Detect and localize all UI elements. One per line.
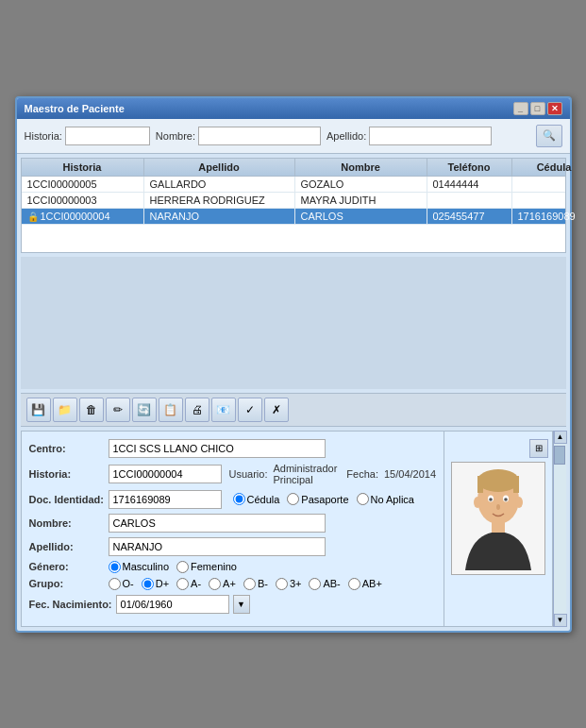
- apellido-label: Apellido:: [326, 130, 366, 142]
- radio-grupo-ab-pos[interactable]: AB+: [348, 578, 382, 590]
- historia-label: Historia:: [29, 468, 105, 480]
- col-header-historia: Historia: [22, 159, 144, 176]
- cell-telefono: 01444444: [427, 177, 512, 192]
- toolbar-folder-btn[interactable]: 📁: [53, 398, 77, 422]
- toolbar-email-btn[interactable]: 📧: [211, 398, 236, 422]
- toolbar: 💾 📁 🗑 ✏ 🔄 📋 🖨 📧 ✓ ✗: [21, 393, 566, 427]
- toolbar-edit-btn[interactable]: ✏: [106, 398, 130, 422]
- radio-grupo-ab-pos-input[interactable]: [348, 578, 360, 590]
- toolbar-delete-btn[interactable]: 🗑: [79, 398, 104, 422]
- cell-nombre: MAYRA JUDITH: [295, 193, 427, 208]
- radio-no-aplica-input[interactable]: [357, 493, 369, 505]
- table-row-selected[interactable]: 🔒1CCI00000004 NARANJO CARLOS 025455477 1…: [22, 209, 565, 225]
- apellido-row: Apellido:: [29, 537, 437, 556]
- cell-apellido: NARANJO: [144, 209, 295, 224]
- radio-cedula[interactable]: Cédula: [233, 493, 280, 505]
- apellido-field: Apellido:: [326, 127, 492, 145]
- nombre-input[interactable]: [198, 127, 321, 145]
- genero-row: Género: Masculino Femenino: [29, 561, 437, 573]
- window-controls: _ □ ✕: [513, 102, 562, 115]
- radio-masculino-input[interactable]: [109, 561, 121, 573]
- window-title: Maestro de Paciente: [25, 103, 125, 114]
- radio-cedula-input[interactable]: [233, 493, 245, 505]
- nombre-detail-input[interactable]: [109, 514, 326, 533]
- scroll-track: [554, 444, 566, 614]
- radio-pasaporte[interactable]: Pasaporte: [287, 493, 348, 505]
- avatar-svg: [456, 466, 541, 570]
- centro-row: Centro:: [29, 439, 437, 458]
- cell-apellido: HERRERA RODRIGUEZ: [144, 193, 295, 208]
- radio-grupo-ab-neg[interactable]: AB-: [309, 578, 340, 590]
- radio-grupo-ab-neg-input[interactable]: [309, 578, 321, 590]
- radio-grupo-3-pos[interactable]: 3+: [276, 578, 302, 590]
- calendar-dropdown-btn[interactable]: ▼: [233, 595, 250, 614]
- cell-cedula: [512, 193, 587, 208]
- radio-grupo-d-pos[interactable]: D+: [142, 578, 169, 590]
- radio-femenino[interactable]: Femenino: [176, 561, 237, 573]
- cedula-label: Cédula: [247, 494, 280, 505]
- historia-value-input[interactable]: [109, 465, 222, 483]
- cell-historia: 🔒1CCI00000004: [22, 209, 144, 224]
- restore-button[interactable]: □: [530, 102, 545, 115]
- svg-rect-11: [492, 521, 505, 533]
- nombre-field: Nombre:: [156, 127, 321, 145]
- svg-rect-2: [477, 476, 483, 493]
- genero-label: Género:: [29, 561, 105, 572]
- table-row[interactable]: 1CCI00000003 HERRERA RODRIGUEZ MAYRA JUD…: [22, 193, 565, 209]
- radio-femenino-input[interactable]: [176, 561, 189, 573]
- photo-expand-button[interactable]: ⊞: [529, 439, 548, 458]
- right-scrollbar[interactable]: ▲ ▼: [553, 431, 566, 627]
- radio-pasaporte-input[interactable]: [287, 493, 299, 505]
- table-row[interactable]: 1CCI00000005 GALLARDO GOZALO 01444444: [22, 177, 565, 193]
- radio-grupo-a-pos-input[interactable]: [209, 578, 221, 590]
- toolbar-cancel-btn[interactable]: ✗: [264, 398, 289, 422]
- radio-grupo-3-pos-input[interactable]: [276, 578, 288, 590]
- cell-nombre: CARLOS: [295, 209, 427, 224]
- toolbar-confirm-btn[interactable]: ✓: [238, 398, 262, 422]
- nombre-label: Nombre:: [156, 130, 195, 142]
- radio-grupo-b-neg[interactable]: B-: [243, 578, 268, 590]
- svg-point-7: [504, 498, 508, 501]
- radio-grupo-o-neg[interactable]: O-: [109, 578, 134, 590]
- photo-area: ⊞: [444, 431, 552, 627]
- radio-grupo-a-pos[interactable]: A+: [209, 578, 236, 590]
- radio-grupo-a-neg-input[interactable]: [176, 578, 189, 590]
- scroll-down-button[interactable]: ▼: [554, 614, 567, 627]
- genero-group: Masculino Femenino: [109, 561, 237, 573]
- toolbar-save-btn[interactable]: 💾: [26, 398, 51, 422]
- search-bar: Historia: Nombre: Apellido: 🔍: [17, 119, 570, 154]
- nombre-row: Nombre:: [29, 514, 437, 533]
- radio-grupo-b-neg-input[interactable]: [243, 578, 256, 590]
- cell-historia: 1CCI00000003: [22, 193, 144, 208]
- cell-cedula: 1716169089: [512, 209, 587, 224]
- doc-identidad-input[interactable]: [109, 490, 222, 509]
- svg-point-8: [496, 504, 500, 510]
- apellido-input[interactable]: [369, 127, 492, 145]
- doc-identidad-label: Doc. Identidad:: [29, 494, 105, 505]
- doc-identidad-row: Doc. Identidad: Cédula Pasaporte: [29, 490, 437, 509]
- search-button[interactable]: 🔍: [536, 125, 562, 147]
- col-header-cedula: Cédula: [512, 159, 587, 176]
- fecha-label: Fecha:: [346, 468, 378, 480]
- patient-photo: [451, 462, 545, 575]
- centro-input[interactable]: [109, 439, 326, 458]
- scroll-thumb[interactable]: [554, 446, 565, 465]
- minimize-button[interactable]: _: [513, 102, 528, 115]
- apellido-detail-input[interactable]: [109, 537, 326, 556]
- close-button[interactable]: ✕: [547, 102, 562, 115]
- historia-input[interactable]: [65, 127, 150, 145]
- scroll-up-button[interactable]: ▲: [554, 431, 567, 444]
- fecha-value: 15/04/2014: [384, 468, 436, 480]
- col-header-apellido: Apellido: [144, 159, 295, 176]
- radio-grupo-o-neg-input[interactable]: [109, 578, 121, 590]
- radio-grupo-a-neg[interactable]: A-: [176, 578, 201, 590]
- fec-nacimiento-input[interactable]: [116, 595, 229, 614]
- toolbar-print-btn[interactable]: 🖨: [185, 398, 209, 422]
- toolbar-copy-btn[interactable]: 📋: [159, 398, 183, 422]
- radio-grupo-d-pos-input[interactable]: [142, 578, 154, 590]
- toolbar-refresh-btn[interactable]: 🔄: [132, 398, 157, 422]
- cell-cedula: [512, 177, 587, 192]
- radio-masculino[interactable]: Masculino: [109, 561, 170, 573]
- historia-field: Historia:: [25, 127, 150, 145]
- radio-no-aplica[interactable]: No Aplica: [357, 493, 414, 505]
